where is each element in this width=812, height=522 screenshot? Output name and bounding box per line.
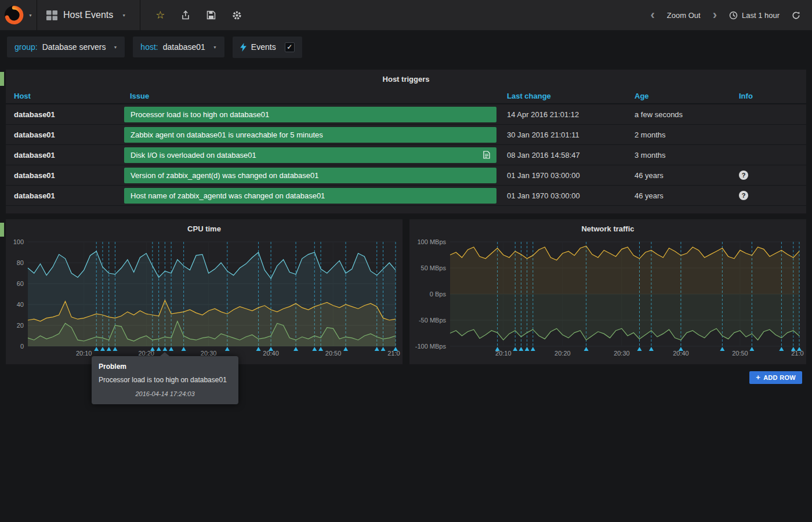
help-icon[interactable]: ? xyxy=(739,171,748,180)
trigger-info: ? xyxy=(731,171,806,180)
check-icon: ✓ xyxy=(287,43,292,51)
group-variable-dropdown[interactable]: group: Database servers ▼ xyxy=(7,37,125,57)
lightning-bolt-icon xyxy=(240,43,246,52)
trigger-age: 46 years xyxy=(626,191,731,200)
events-toggle-label: Events xyxy=(251,42,276,52)
trigger-issue-badge: Processor load is too high on database01 xyxy=(124,107,496,122)
time-range-label: Last 1 hour xyxy=(742,11,780,20)
column-header-issue: Issue xyxy=(122,92,499,100)
svg-text:20:50: 20:50 xyxy=(325,350,342,357)
trigger-host: database01 xyxy=(6,151,122,160)
column-header-last-change: Last change xyxy=(499,92,626,100)
svg-text:20:10: 20:10 xyxy=(76,350,92,357)
svg-text:0: 0 xyxy=(20,343,24,350)
caret-down-icon: ▼ xyxy=(113,45,117,49)
trigger-host: database01 xyxy=(6,191,122,200)
svg-text:20:20: 20:20 xyxy=(554,350,571,357)
network-traffic-panel-title[interactable]: Network traffic xyxy=(409,219,806,236)
trigger-last-change: 30 Jan 2016 21:01:11 xyxy=(499,130,626,139)
svg-text:100 MBps: 100 MBps xyxy=(417,238,446,245)
tooltip-title: Problem xyxy=(99,362,231,371)
network-traffic-panel: Network traffic 100 MBps50 MBps0 Bps-50 … xyxy=(409,219,806,364)
zoom-out-button[interactable]: Zoom Out xyxy=(664,10,704,20)
plus-icon: + xyxy=(756,374,760,381)
cpu-time-panel: CPU time 02040608010020:1020:2020:3020:4… xyxy=(6,219,403,364)
trigger-age: 3 months xyxy=(626,151,731,160)
save-dashboard-button[interactable] xyxy=(206,10,216,20)
chevron-left-icon: ‹ xyxy=(651,10,655,20)
svg-text:60: 60 xyxy=(17,280,24,287)
time-picker-button[interactable]: Last 1 hour xyxy=(726,10,783,20)
trigger-age: 2 months xyxy=(626,130,731,139)
trigger-age: 46 years xyxy=(626,171,731,180)
navbar-spacer xyxy=(257,0,650,30)
triggers-table-header: Host Issue Last change Age Info xyxy=(6,89,806,104)
grafana-logo-button[interactable]: ▼ xyxy=(0,0,37,30)
svg-text:20:50: 20:50 xyxy=(732,350,748,357)
dashboard-settings-button[interactable] xyxy=(232,10,242,20)
host-variable-value: database01 xyxy=(163,42,205,52)
dashboard-grid-icon xyxy=(46,10,57,20)
tooltip-text: Processor load is too high on database01 xyxy=(99,376,231,384)
svg-text:40: 40 xyxy=(17,301,24,308)
star-dashboard-button[interactable]: ☆ xyxy=(155,10,165,20)
dashboard-actions: ☆ xyxy=(140,0,257,30)
svg-text:0 Bps: 0 Bps xyxy=(430,291,447,298)
time-shift-forward-button[interactable]: › xyxy=(713,10,717,20)
time-shift-back-button[interactable]: ‹ xyxy=(651,10,655,20)
tooltip-arrow xyxy=(160,352,169,356)
svg-text:50 MBps: 50 MBps xyxy=(421,264,447,271)
trigger-host: database01 xyxy=(6,130,122,139)
table-row: database01 Host name of zabbix_agentd wa… xyxy=(6,186,806,206)
tooltip-time: 2016-04-14 17:24:03 xyxy=(99,390,231,397)
table-row: database01 Zabbix agent on database01 is… xyxy=(6,125,806,145)
help-icon[interactable]: ? xyxy=(739,191,748,200)
annotation-tooltip: Problem Processor load is too high on da… xyxy=(92,356,238,404)
events-checkbox[interactable]: ✓ xyxy=(285,42,295,52)
trigger-issue-badge: Version of zabbix_agent(d) was changed o… xyxy=(124,168,496,183)
grafana-logo-icon xyxy=(4,5,24,25)
svg-text:20:30: 20:30 xyxy=(614,350,630,357)
trigger-last-change: 14 Apr 2016 21:01:12 xyxy=(499,110,626,119)
navbar: ▼ Host Events ▼ ☆ xyxy=(0,0,812,30)
network-traffic-chart[interactable]: 100 MBps50 MBps0 Bps-50 MBps-100 MBps20:… xyxy=(412,237,804,360)
share-dashboard-button[interactable] xyxy=(181,10,190,20)
column-header-host: Host xyxy=(6,92,122,100)
trigger-age: a few seconds xyxy=(626,110,731,119)
trigger-host: database01 xyxy=(6,171,122,180)
svg-text:-100 MBps: -100 MBps xyxy=(415,343,447,350)
clock-icon xyxy=(729,11,738,20)
svg-text:80: 80 xyxy=(17,259,24,266)
caret-down-icon: ▼ xyxy=(213,45,217,49)
table-row: database01 Version of zabbix_agent(d) wa… xyxy=(6,165,806,186)
trigger-issue-badge: Host name of zabbix_agentd was changed o… xyxy=(124,188,496,204)
document-icon[interactable] xyxy=(483,151,490,159)
refresh-button[interactable] xyxy=(792,11,800,20)
host-triggers-panel: Host triggers Host Issue Last change Age… xyxy=(6,70,806,213)
star-icon: ☆ xyxy=(155,10,165,20)
events-annotation-toggle[interactable]: Events ✓ xyxy=(233,37,302,58)
group-variable-label: group: xyxy=(14,42,38,52)
trigger-last-change: 01 Jan 1970 03:00:00 xyxy=(499,191,626,200)
host-variable-dropdown[interactable]: host: database01 ▼ xyxy=(133,37,224,57)
svg-text:100: 100 xyxy=(13,238,24,245)
submenu: group: Database servers ▼ host: database… xyxy=(0,30,812,64)
svg-text:-50 MBps: -50 MBps xyxy=(419,317,447,324)
row-menu-handle-charts[interactable] xyxy=(0,223,4,237)
table-row: database01 Processor load is too high on… xyxy=(6,104,806,125)
time-controls: ‹ Zoom Out › Last 1 hour xyxy=(651,0,812,30)
save-icon xyxy=(206,10,216,20)
trigger-issue-badge: Zabbix agent on database01 is unreachabl… xyxy=(124,127,496,143)
row-menu-handle-triggers[interactable] xyxy=(0,72,4,86)
cpu-time-panel-title[interactable]: CPU time xyxy=(6,219,403,236)
trigger-host: database01 xyxy=(6,110,122,119)
dashboard-title-button[interactable]: Host Events ▼ xyxy=(37,0,140,30)
add-row-button[interactable]: + ADD ROW xyxy=(749,371,802,384)
host-triggers-panel-title[interactable]: Host triggers xyxy=(6,70,806,86)
column-header-age: Age xyxy=(626,92,731,100)
add-row-label: ADD ROW xyxy=(763,374,796,381)
host-variable-label: host: xyxy=(140,42,158,52)
svg-text:20: 20 xyxy=(17,322,24,329)
share-icon xyxy=(181,10,190,20)
cpu-time-chart[interactable]: 02040608010020:1020:2020:3020:4020:5021:… xyxy=(8,237,400,360)
